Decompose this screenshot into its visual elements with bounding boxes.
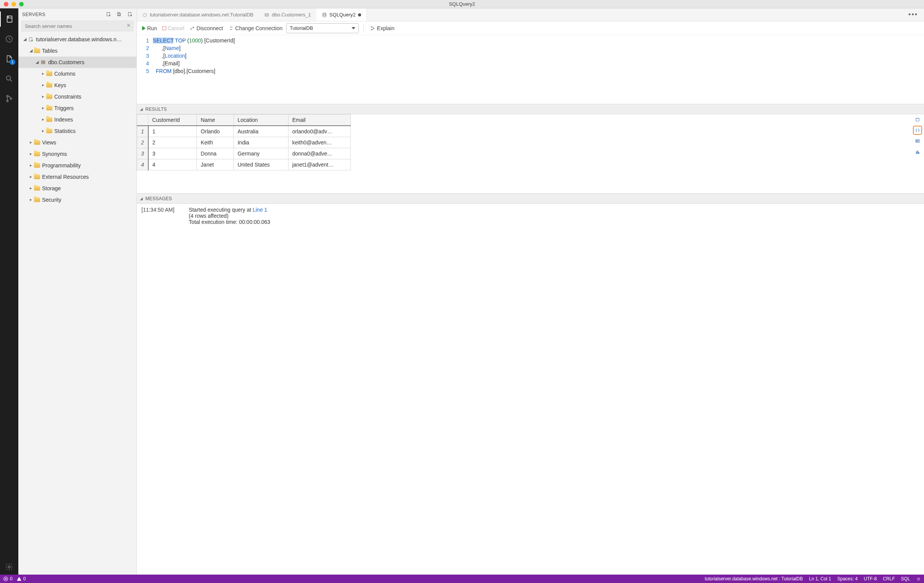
twisty-icon[interactable]: ◢ <box>35 59 40 64</box>
db-child[interactable]: ▸External Resources <box>18 171 137 183</box>
tables-node[interactable]: ◢ Tables <box>18 45 137 56</box>
cell[interactable]: India <box>233 137 288 148</box>
activity-explorer-icon[interactable]: 1 <box>0 51 18 66</box>
table-row[interactable]: 22KeithIndiakeith0@adven… <box>137 137 351 148</box>
minimize-window-button[interactable] <box>12 2 16 7</box>
tab-customers-data[interactable]: dbo.Customers_1 <box>259 8 317 21</box>
twisty-icon[interactable]: ◢ <box>140 107 143 111</box>
twisty-icon[interactable]: ▸ <box>41 128 46 133</box>
col-header[interactable]: Email <box>288 115 350 126</box>
cancel-button[interactable]: Cancel <box>161 25 186 32</box>
table-child[interactable]: ▸Indexes <box>18 114 137 125</box>
search-servers-input[interactable] <box>21 21 134 31</box>
cell[interactable]: janet1@advent… <box>288 159 350 170</box>
cell[interactable]: Germany <box>233 148 288 159</box>
server-action-icon[interactable] <box>127 12 133 18</box>
cell[interactable]: Keith <box>197 137 233 148</box>
table-child[interactable]: ▸Keys <box>18 79 137 91</box>
cell[interactable]: Donna <box>197 148 233 159</box>
twisty-icon[interactable]: ▸ <box>28 197 34 202</box>
code-editor[interactable]: 12345 SELECT TOP (1000) [CustomerId] ,[N… <box>137 35 924 104</box>
status-indent[interactable]: Spaces: 4 <box>837 576 858 581</box>
table-child[interactable]: ▸Columns <box>18 68 137 79</box>
twisty-icon[interactable]: ◢ <box>22 37 28 42</box>
explain-button[interactable]: Explain <box>368 25 396 32</box>
twisty-icon[interactable]: ▸ <box>28 174 34 179</box>
twisty-icon[interactable]: ▸ <box>41 105 46 110</box>
tab-sqlquery2[interactable]: SQLQuery2 <box>317 8 367 21</box>
db-child[interactable]: ▸Programmability <box>18 160 137 171</box>
cell[interactable]: 3 <box>148 148 197 159</box>
twisty-icon[interactable]: ▸ <box>28 151 34 156</box>
view-chart-icon[interactable] <box>914 148 921 155</box>
cell[interactable]: donna0@adve… <box>288 148 350 159</box>
cell[interactable]: Orlando <box>197 126 233 137</box>
status-cursor-position[interactable]: Ln 1, Col 1 <box>809 576 831 581</box>
cell[interactable]: keith0@adven… <box>288 137 350 148</box>
col-header[interactable]: Name <box>197 115 233 126</box>
twisty-icon[interactable]: ▸ <box>28 163 34 168</box>
database-select[interactable]: TutorialDB <box>286 23 359 33</box>
db-child[interactable]: ▸Views <box>18 137 137 148</box>
cell[interactable]: United States <box>233 159 288 170</box>
table-row[interactable]: 33DonnaGermanydonna0@adve… <box>137 148 351 159</box>
activity-search-icon[interactable] <box>0 71 18 86</box>
table-row[interactable]: 44JanetUnited Statesjanet1@advent… <box>137 159 351 170</box>
save-json-icon[interactable] <box>914 127 921 134</box>
activity-servers-icon[interactable] <box>0 12 18 27</box>
run-button[interactable]: Run <box>140 25 158 32</box>
col-header[interactable]: Location <box>233 115 288 126</box>
activity-source-control-icon[interactable] <box>0 91 18 106</box>
activity-history-icon[interactable] <box>0 31 18 47</box>
twisty-icon[interactable]: ▸ <box>28 140 34 145</box>
message-line-link[interactable]: Line 1 <box>252 207 267 213</box>
new-connection-icon[interactable] <box>106 12 111 18</box>
status-language[interactable]: SQL <box>901 576 910 581</box>
cell[interactable]: Janet <box>197 159 233 170</box>
new-server-group-icon[interactable] <box>117 12 122 18</box>
status-errors[interactable]: 0 <box>3 576 13 581</box>
results-grid[interactable]: CustomerId Name Location Email 11Orlando… <box>137 114 351 170</box>
close-window-button[interactable] <box>4 2 8 7</box>
table-node-customers[interactable]: ◢ dbo.Customers <box>18 56 137 68</box>
messages-header[interactable]: ◢ MESSAGES <box>137 194 924 204</box>
twisty-icon[interactable]: ◢ <box>28 48 34 53</box>
tab-connection-dashboard[interactable]: tutorialserver.database.windows.net:Tuto… <box>137 8 259 21</box>
cell[interactable]: orlando0@adv… <box>288 126 350 137</box>
sidebar-search[interactable]: × <box>21 21 134 31</box>
maximize-window-button[interactable] <box>19 2 24 7</box>
status-connection[interactable]: tutorialserver.database.windows.net : Tu… <box>705 576 803 581</box>
cell[interactable]: 4 <box>148 159 197 170</box>
activity-settings-icon[interactable] <box>0 559 18 575</box>
twisty-icon[interactable]: ▸ <box>28 186 34 191</box>
table-child[interactable]: ▸Triggers <box>18 102 137 114</box>
change-connection-button[interactable]: Change Connection <box>227 25 284 32</box>
tab-overflow-button[interactable]: ••• <box>902 11 924 19</box>
twisty-icon[interactable]: ▸ <box>41 71 46 76</box>
cell[interactable]: 2 <box>148 137 197 148</box>
save-excel-icon[interactable] <box>914 137 921 145</box>
twisty-icon[interactable]: ▸ <box>41 117 46 122</box>
db-child[interactable]: ▸Storage <box>18 183 137 194</box>
status-encoding[interactable]: UTF-8 <box>864 576 877 581</box>
save-csv-icon[interactable] <box>914 116 921 124</box>
cell[interactable]: 1 <box>148 126 197 137</box>
server-node[interactable]: ◢ tutorialserver.database.windows.n… <box>18 34 137 45</box>
twisty-icon[interactable]: ◢ <box>140 196 143 201</box>
code-content[interactable]: SELECT TOP (1000) [CustomerId] ,[Name] ,… <box>153 37 235 104</box>
db-child[interactable]: ▸Synonyms <box>18 148 137 160</box>
db-child[interactable]: ▸Security <box>18 194 137 206</box>
status-feedback-icon[interactable]: ☺ <box>916 576 921 581</box>
twisty-icon[interactable]: ▸ <box>41 94 46 99</box>
twisty-icon[interactable]: ▸ <box>41 82 46 87</box>
clear-search-icon[interactable]: × <box>127 22 130 29</box>
col-header[interactable]: CustomerId <box>148 115 197 126</box>
status-eol[interactable]: CRLF <box>883 576 894 581</box>
table-child[interactable]: ▸Constraints <box>18 91 137 102</box>
results-header[interactable]: ◢ RESULTS <box>137 104 924 114</box>
table-row[interactable]: 11OrlandoAustraliaorlando0@adv… <box>137 126 351 137</box>
cell[interactable]: Australia <box>233 126 288 137</box>
table-child[interactable]: ▸Statistics <box>18 125 137 137</box>
disconnect-button[interactable]: Disconnect <box>188 25 224 32</box>
status-warnings[interactable]: 0 <box>16 576 26 581</box>
